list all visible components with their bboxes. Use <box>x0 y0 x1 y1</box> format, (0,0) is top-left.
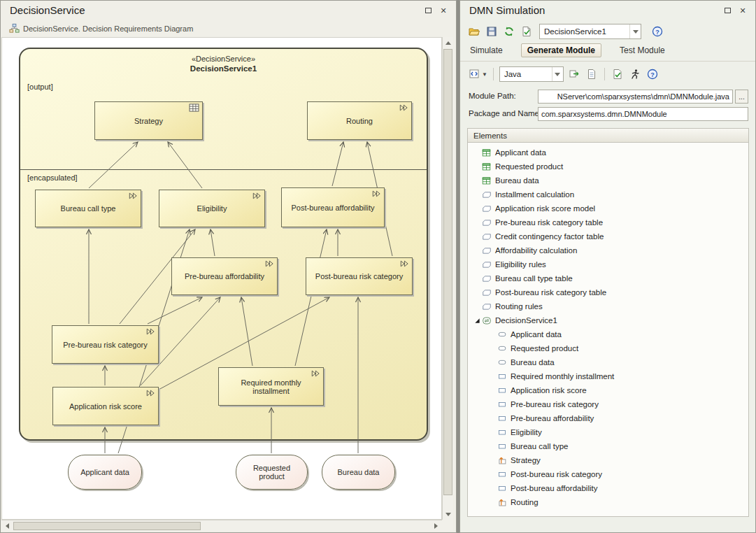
chevron-down-icon[interactable] <box>629 24 641 38</box>
dropdown-chevron-icon[interactable]: ▼ <box>482 71 487 78</box>
close-icon[interactable]: ✕ <box>737 6 748 17</box>
decision-node[interactable]: Eligibility <box>159 190 265 227</box>
open-folder-icon[interactable] <box>467 24 481 38</box>
tree-item-label: Installment calculation <box>495 190 574 199</box>
decision-node-label: Required monthly installment <box>226 378 316 395</box>
tree-item[interactable]: Strategy <box>468 453 748 467</box>
input-data-node[interactable]: Requested product <box>236 455 308 490</box>
input-data-node[interactable]: Applicant data <box>68 455 142 490</box>
tree-item-label: DecisionService1 <box>495 316 557 325</box>
tree-item-label: Application risk score <box>511 386 587 395</box>
tree-item[interactable]: Requested product <box>468 341 748 355</box>
tree-item[interactable]: Bureau data <box>468 173 748 187</box>
tree-item-label: Affordability calculation <box>495 246 577 255</box>
chevron-down-icon[interactable] <box>552 67 563 81</box>
diagram-canvas[interactable]: «DecisionService» DecisionService1 [outp… <box>1 37 442 520</box>
decision-node[interactable]: Pre-bureau risk category <box>52 325 159 364</box>
bkm-arrow-icon <box>311 369 320 379</box>
tree-item-label: Strategy <box>511 456 541 464</box>
package-name-input[interactable]: com.sparxsystems.dmn.DMNModule <box>538 107 748 121</box>
document-icon[interactable] <box>585 67 599 81</box>
tree-item[interactable]: Requested product <box>468 159 748 173</box>
expander-icon[interactable] <box>472 318 482 324</box>
simulation-tabs: Simulate Generate Module Test Module <box>469 42 666 59</box>
tree-item[interactable]: Application risk score <box>468 383 748 397</box>
run-icon[interactable] <box>628 67 642 81</box>
tab-test-module[interactable]: Test Module <box>618 43 666 57</box>
tree-item-label: Routing rules <box>495 302 543 311</box>
vertical-scroll-thumb[interactable] <box>443 49 452 495</box>
validate-script-icon[interactable] <box>520 24 534 38</box>
tree-item[interactable]: Bureau data <box>468 355 748 369</box>
scroll-up-icon[interactable] <box>443 37 454 48</box>
tree-item[interactable]: Pre-bureau affordability <box>468 411 748 425</box>
bkm-arrow-icon <box>399 260 409 269</box>
help-icon[interactable]: ? <box>650 24 664 38</box>
refresh-icon[interactable] <box>502 24 516 38</box>
tree-item[interactable]: Affordability calculation <box>468 243 748 257</box>
decision-node[interactable]: Required monthly installment <box>218 367 324 406</box>
decision-node[interactable]: Bureau call type <box>35 190 141 227</box>
bkm-icon <box>482 218 495 227</box>
bkm-icon <box>482 288 495 297</box>
input-data-node-label: Applicant data <box>80 468 129 476</box>
tree-item[interactable]: Applicant data <box>468 327 748 341</box>
save-icon[interactable] <box>485 24 499 38</box>
tree-item[interactable]: Bureau call type <box>468 439 748 453</box>
diagram-type-icon <box>9 23 20 35</box>
scroll-down-icon[interactable] <box>443 509 454 520</box>
tab-generate-module[interactable]: Generate Module <box>521 43 601 57</box>
tree-item[interactable]: Installment calculation <box>468 187 748 201</box>
decision-node[interactable]: Post-bureau risk category <box>306 257 413 295</box>
close-icon[interactable]: ✕ <box>438 6 449 17</box>
horizontal-scrollbar[interactable] <box>1 520 442 531</box>
horizontal-scroll-thumb[interactable] <box>13 522 201 530</box>
decision-node-label: Routing <box>346 117 373 125</box>
language-combo-value: Java <box>504 70 521 78</box>
decision-node[interactable]: Pre-bureau affordability <box>171 257 278 295</box>
tree-item[interactable]: DecisionService1 <box>468 313 748 327</box>
language-combo[interactable]: Java <box>499 66 564 82</box>
maximize-icon[interactable] <box>722 6 733 17</box>
tree-item[interactable]: Credit contingency factor table <box>468 229 748 243</box>
decision-rect-icon <box>497 386 511 395</box>
decision-node-label: Post-bureau risk category <box>315 272 403 280</box>
tree-item[interactable]: Eligibility <box>468 425 748 439</box>
vertical-scrollbar[interactable] <box>442 37 453 520</box>
codegen-toolbar: ▼ Java ? <box>467 66 659 83</box>
bkm-icon <box>482 190 495 199</box>
tree-item[interactable]: Post-bureau risk category <box>468 467 748 481</box>
tree-item[interactable]: Post-bureau risk category table <box>468 285 748 299</box>
generate-code-icon[interactable] <box>467 67 481 81</box>
tree-item[interactable]: Pre-bureau risk category <box>468 397 748 411</box>
tree-item[interactable]: Application risk score model <box>468 201 748 215</box>
browse-button[interactable]: ... <box>735 90 748 104</box>
tree-item[interactable]: Applicant data <box>468 145 748 159</box>
decision-node[interactable]: Routing <box>307 101 412 140</box>
tab-simulate[interactable]: Simulate <box>469 43 504 57</box>
input-data-node[interactable]: Bureau data <box>322 455 395 490</box>
decision-service-combo[interactable]: DecisionService1 <box>539 24 641 39</box>
tree-item[interactable]: Required monthly installment <box>468 369 748 383</box>
module-path-input[interactable]: NServer\com\sparxsystems\dmn\DMNModule.j… <box>538 90 733 104</box>
scroll-right-icon[interactable] <box>430 520 441 532</box>
help-icon[interactable]: ? <box>646 67 659 81</box>
elements-section: Elements Applicant dataRequested product… <box>467 128 749 517</box>
decision-node[interactable]: Strategy <box>94 101 203 140</box>
tree-item[interactable]: Pre-bureau risk category table <box>468 215 748 229</box>
tree-item[interactable]: Bureau call type table <box>468 271 748 285</box>
tree-item[interactable]: Routing rules <box>468 299 748 313</box>
tree-item[interactable]: Post-bureau affordability <box>468 481 748 495</box>
maximize-icon[interactable] <box>422 6 434 17</box>
svg-text:?: ? <box>655 29 659 36</box>
tree-item[interactable]: Eligibility rules <box>468 257 748 271</box>
decision-node[interactable]: Application risk score <box>52 387 159 425</box>
check-document-icon[interactable] <box>611 67 625 81</box>
input-oval-icon <box>497 330 511 339</box>
tree-item[interactable]: Routing <box>468 495 748 509</box>
decision-node-label: Strategy <box>134 117 163 125</box>
decision-node[interactable]: Post-bureau affordability <box>281 187 385 227</box>
export-icon[interactable] <box>567 67 581 81</box>
scroll-left-icon[interactable] <box>1 520 13 532</box>
decision-rect-icon <box>497 414 511 422</box>
